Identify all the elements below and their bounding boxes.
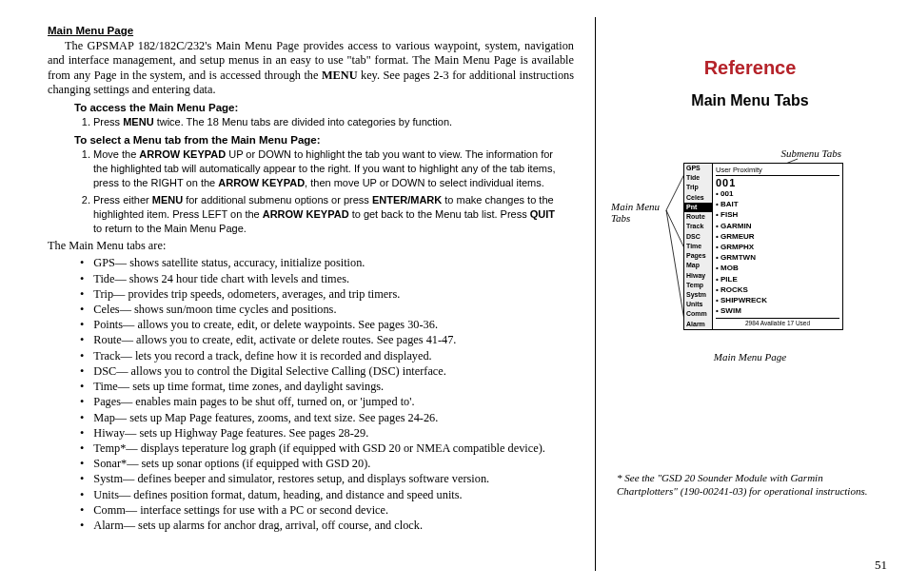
select-steps: Move the ARROW KEYPAD UP or DOWN to high… <box>93 147 574 235</box>
waypoint-item: GRMEUR <box>716 231 839 242</box>
device-tab: Systm <box>684 290 712 300</box>
reference-subtitle: Main Menu Tabs <box>617 92 883 109</box>
list-footer: 2984 Available 17 Used <box>716 318 839 326</box>
tab-item: Hiway— sets up Highway Page features. Se… <box>80 425 574 441</box>
device-tab: Alarm <box>684 320 712 329</box>
right-column: Reference Main Menu Tabs Submenu Tabs Ma… <box>596 0 908 588</box>
tab-item: Tide— shows 24 hour tide chart with leve… <box>80 271 574 286</box>
device-tab: DSC <box>684 232 712 242</box>
device-tab: Comm <box>684 310 712 320</box>
device-tab: Units <box>684 300 712 309</box>
tab-column: GPSTideTripCelesPntRouteTrackDSCTimePage… <box>684 164 713 329</box>
waypoint-item: MOB <box>716 263 839 273</box>
tab-item: Celes— shows sun/moon time cycles and po… <box>80 302 574 317</box>
device-tab: Trip <box>684 183 712 192</box>
tab-item: GPS— shows satellite status, accuracy, i… <box>80 255 574 270</box>
waypoint-item: PILE <box>716 274 839 284</box>
select-heading: To select a Menu tab from the Main Menu … <box>74 134 574 146</box>
device-tab: Hiway <box>684 271 712 281</box>
tab-item: Alarm— sets up alarms for anchor drag, a… <box>80 518 574 533</box>
page-number: 51 <box>875 558 887 573</box>
waypoint-item: GRMTWN <box>716 252 839 263</box>
intro-text: The GPSMAP 182/182C/232's Main Menu Page… <box>48 39 574 96</box>
figure-area: Submenu Tabs Main Menu Tabs GPSTideTripC… <box>617 147 883 366</box>
device-tab: Temp <box>684 281 712 290</box>
list-header: User Proximity <box>716 166 839 176</box>
selected-num: 001 <box>716 177 839 188</box>
tab-item: Trip— provides trip speeds, odometers, a… <box>80 286 574 302</box>
footnote: * See the "GSD 20 Sounder Module with Ga… <box>617 471 883 499</box>
access-step-1: Press MENU twice. The 18 Menu tabs are d… <box>93 115 574 129</box>
waypoint-item: 001 <box>716 188 839 199</box>
device-tab: GPS <box>684 164 712 173</box>
tab-item: Sonar*— sets up sonar options (if equipp… <box>80 456 574 471</box>
submenu-label: Submenu Tabs <box>781 147 841 159</box>
svg-line-0 <box>666 172 685 210</box>
figure-caption: Main Menu Page <box>617 351 883 363</box>
access-steps: Press MENU twice. The 18 Menu tabs are d… <box>93 115 574 129</box>
tab-item: Track— lets you record a track, define h… <box>80 348 574 363</box>
tab-item: Map— sets up Map Page features, zooms, a… <box>80 410 574 425</box>
tab-item: Systm— defines beeper and simulator, res… <box>80 471 574 486</box>
waypoint-item: ROCKS <box>716 284 839 295</box>
tab-item: Temp*— displays teperature log graph (if… <box>80 441 574 456</box>
device-tab: Track <box>684 222 712 231</box>
tab-item: Route— allows you to create, edit, activ… <box>80 332 574 347</box>
svg-line-2 <box>666 210 685 326</box>
section-title: Main Menu Page <box>48 25 574 36</box>
mainmenu-label: Main Menu Tabs <box>611 201 666 224</box>
access-heading: To access the Main Menu Page: <box>74 102 574 113</box>
tabs-intro: The Main Menu tabs are: <box>48 239 574 253</box>
tab-item: Comm— interface settings for use with a … <box>80 502 574 518</box>
tab-item: DSC— allows you to control the Digital S… <box>80 363 574 379</box>
intro-paragraph: The GPSMAP 182/182C/232's Main Menu Page… <box>48 39 574 97</box>
waypoint-item: GARMIN <box>716 221 839 231</box>
select-step-1: Move the ARROW KEYPAD UP or DOWN to high… <box>93 147 574 190</box>
tab-item: Units— defines position format, datum, h… <box>80 487 574 502</box>
waypoint-item: GRMPHX <box>716 242 839 252</box>
device-tab: Pages <box>684 251 712 261</box>
device-tab: Celes <box>684 193 712 203</box>
device-screenshot: GPSTideTripCelesPntRouteTrackDSCTimePage… <box>683 163 843 330</box>
svg-line-1 <box>666 210 685 250</box>
tabs-list: GPS— shows satellite status, accuracy, i… <box>80 255 574 533</box>
tab-item: Pages— enables main pages to be shut off… <box>80 394 574 409</box>
list-column: User Proximity 001 001BAITFISHGARMINGRME… <box>713 164 842 329</box>
left-column: Main Menu Page The GPSMAP 182/182C/232's… <box>0 0 595 588</box>
waypoint-list: 001BAITFISHGARMINGRMEURGRMPHXGRMTWNMOBPI… <box>716 188 839 316</box>
device-tab: Route <box>684 212 712 222</box>
tab-item: Points— allows you to create, edit, or d… <box>80 317 574 332</box>
reference-title: Reference <box>617 57 883 79</box>
waypoint-item: SHIPWRECK <box>716 295 839 305</box>
device-tab: Time <box>684 242 712 251</box>
waypoint-item: BAIT <box>716 199 839 209</box>
device-tab: Pnt <box>684 203 712 212</box>
select-step-2: Press either MENU for additional submenu… <box>93 193 574 236</box>
waypoint-item: SWIM <box>716 305 839 316</box>
device-tab: Tide <box>684 173 712 183</box>
device-tab: Map <box>684 261 712 270</box>
tab-item: Time— sets up time format, time zones, a… <box>80 379 574 394</box>
waypoint-item: FISH <box>716 209 839 220</box>
